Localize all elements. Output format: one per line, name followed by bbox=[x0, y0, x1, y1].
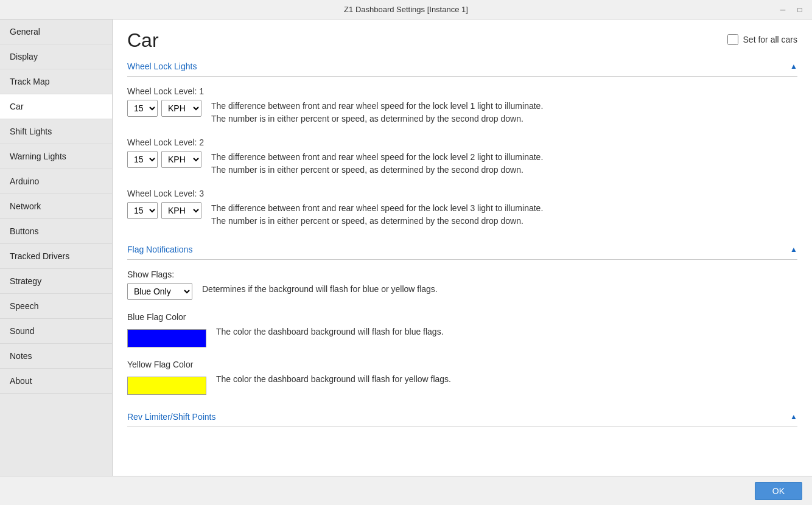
wheel-lock-level1-value-select[interactable]: 15 10 20 25 bbox=[127, 100, 158, 117]
blue-flag-color-label: Blue Flag Color bbox=[127, 312, 797, 322]
wheel-lock-level3-label: Wheel Lock Level: 3 bbox=[127, 189, 797, 198]
sidebar-item-notes[interactable]: Notes bbox=[0, 344, 112, 369]
wheel-lock-level2-row: Wheel Lock Level: 2 15 10 20 25 KPH MPH … bbox=[127, 138, 797, 176]
blue-flag-color-controls: The color the dashboard background will … bbox=[127, 326, 797, 347]
minimize-button[interactable]: ─ bbox=[775, 2, 790, 17]
sidebar-item-arduino[interactable]: Arduino bbox=[0, 169, 112, 194]
show-flags-controls: Blue Only Yellow Only Both None Determin… bbox=[127, 283, 797, 300]
sidebar-item-speech[interactable]: Speech bbox=[0, 294, 112, 319]
sidebar-item-car[interactable]: Car bbox=[0, 94, 112, 119]
sidebar-item-buttons[interactable]: Buttons bbox=[0, 219, 112, 244]
show-flags-row: Show Flags: Blue Only Yellow Only Both N… bbox=[127, 270, 797, 300]
yellow-flag-color-desc: The color the dashboard background will … bbox=[216, 373, 451, 386]
wheel-lock-level1-unit-select[interactable]: KPH MPH % bbox=[161, 100, 201, 117]
page-title: Car bbox=[127, 29, 159, 52]
sidebar-item-network[interactable]: Network bbox=[0, 194, 112, 219]
sidebar-item-track-map[interactable]: Track Map bbox=[0, 69, 112, 94]
sidebar-item-shift-lights[interactable]: Shift Lights bbox=[0, 119, 112, 144]
sidebar-item-display[interactable]: Display bbox=[0, 44, 112, 69]
wheel-lock-level2-inputs: 15 10 20 25 KPH MPH % bbox=[127, 151, 201, 168]
sidebar: General Display Track Map Car Shift Ligh… bbox=[0, 19, 113, 476]
rev-limiter-chevron: ▲ bbox=[790, 413, 797, 421]
wheel-lock-level1-inputs: 15 10 20 25 KPH MPH % bbox=[127, 100, 201, 117]
titlebar: Z1 Dashboard Settings [Instance 1] ─ □ bbox=[0, 0, 812, 19]
wheel-lock-title: Wheel Lock Lights bbox=[127, 61, 197, 71]
titlebar-controls: ─ □ bbox=[775, 0, 807, 19]
yellow-flag-color-label: Yellow Flag Color bbox=[127, 360, 797, 369]
sidebar-item-general[interactable]: General bbox=[0, 19, 112, 44]
yellow-flag-color-controls: The color the dashboard background will … bbox=[127, 373, 797, 395]
sidebar-item-sound[interactable]: Sound bbox=[0, 319, 112, 344]
titlebar-title: Z1 Dashboard Settings [Instance 1] bbox=[344, 5, 468, 14]
sidebar-item-strategy[interactable]: Strategy bbox=[0, 269, 112, 294]
flag-notifications-title: Flag Notifications bbox=[127, 245, 192, 254]
blue-flag-color-desc: The color the dashboard background will … bbox=[216, 326, 444, 338]
wheel-lock-level3-desc: The difference between front and rear wh… bbox=[211, 202, 543, 228]
wheel-lock-level1-label: Wheel Lock Level: 1 bbox=[127, 86, 797, 96]
wheel-lock-level3-inputs: 15 10 20 25 KPH MPH % bbox=[127, 202, 201, 219]
wheel-lock-section-header[interactable]: Wheel Lock Lights ▲ bbox=[127, 57, 797, 77]
content-panel: Car Set for all cars Wheel Lock Lights ▲… bbox=[113, 19, 812, 476]
main-layout: General Display Track Map Car Shift Ligh… bbox=[0, 19, 812, 476]
wheel-lock-level3-value-select[interactable]: 15 10 20 25 bbox=[127, 202, 158, 219]
wheel-lock-level1-desc: The difference between front and rear wh… bbox=[211, 100, 543, 125]
show-flags-inputs: Blue Only Yellow Only Both None bbox=[127, 283, 192, 300]
rev-limiter-title: Rev Limiter/Shift Points bbox=[127, 412, 216, 422]
blue-flag-color-row: Blue Flag Color The color the dashboard … bbox=[127, 312, 797, 347]
yellow-flag-color-swatch[interactable] bbox=[127, 377, 206, 395]
wheel-lock-level1-row: Wheel Lock Level: 1 15 10 20 25 KPH MPH … bbox=[127, 86, 797, 125]
ok-button[interactable]: OK bbox=[755, 482, 802, 500]
show-flags-select[interactable]: Blue Only Yellow Only Both None bbox=[127, 283, 192, 300]
flag-notifications-section-header[interactable]: Flag Notifications ▲ bbox=[127, 240, 797, 260]
content-body: Wheel Lock Lights ▲ Wheel Lock Level: 1 … bbox=[113, 57, 812, 476]
wheel-lock-level2-controls: 15 10 20 25 KPH MPH % The difference bet… bbox=[127, 151, 797, 176]
wheel-lock-level2-label: Wheel Lock Level: 2 bbox=[127, 138, 797, 147]
content-header: Car Set for all cars bbox=[113, 19, 812, 57]
wheel-lock-level2-unit-select[interactable]: KPH MPH % bbox=[161, 151, 201, 168]
sidebar-item-about[interactable]: About bbox=[0, 369, 112, 394]
maximize-button[interactable]: □ bbox=[793, 2, 807, 17]
blue-flag-color-swatch[interactable] bbox=[127, 329, 206, 347]
bottom-bar: OK bbox=[0, 476, 812, 505]
sidebar-item-tracked-drivers[interactable]: Tracked Drivers bbox=[0, 244, 112, 269]
wheel-lock-level2-value-select[interactable]: 15 10 20 25 bbox=[127, 151, 158, 168]
flag-notifications-chevron: ▲ bbox=[790, 245, 797, 254]
sidebar-item-warning-lights[interactable]: Warning Lights bbox=[0, 144, 112, 169]
yellow-flag-color-row: Yellow Flag Color The color the dashboar… bbox=[127, 360, 797, 395]
blue-flag-color-swatch-container bbox=[127, 326, 206, 347]
wheel-lock-level3-unit-select[interactable]: KPH MPH % bbox=[161, 202, 201, 219]
wheel-lock-level3-controls: 15 10 20 25 KPH MPH % The difference bet… bbox=[127, 202, 797, 228]
wheel-lock-chevron: ▲ bbox=[790, 62, 797, 71]
wheel-lock-level1-controls: 15 10 20 25 KPH MPH % The difference bet… bbox=[127, 100, 797, 125]
show-flags-label: Show Flags: bbox=[127, 270, 797, 279]
set-all-cars-checkbox[interactable] bbox=[727, 34, 738, 45]
wheel-lock-level3-row: Wheel Lock Level: 3 15 10 20 25 KPH MPH … bbox=[127, 189, 797, 228]
yellow-flag-color-swatch-container bbox=[127, 373, 206, 395]
set-all-cars-label[interactable]: Set for all cars bbox=[743, 35, 797, 44]
wheel-lock-level2-desc: The difference between front and rear wh… bbox=[211, 151, 543, 176]
rev-limiter-section-header[interactable]: Rev Limiter/Shift Points ▲ bbox=[127, 407, 797, 427]
show-flags-desc: Determines if the background will flash … bbox=[202, 283, 438, 296]
set-all-cars-container: Set for all cars bbox=[727, 34, 797, 45]
